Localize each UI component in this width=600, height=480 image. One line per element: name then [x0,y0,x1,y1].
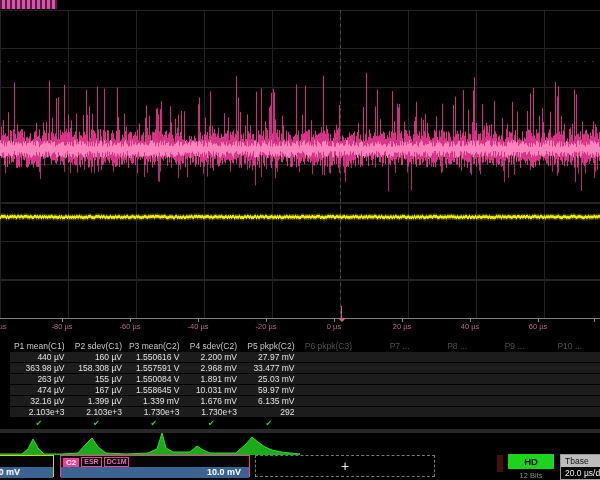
axis-tick-label: 40 µs [461,322,480,331]
measurement-value-cell [585,407,600,417]
measurement-value-cell [470,363,528,373]
c2-label-badge: C2 [63,458,79,467]
measurement-value-cell: 6.135 mV [240,396,298,406]
measurement-row: 440 µV160 µV1.550616 V2.200 mV27.97 mV [10,352,600,363]
axis-tick-label: -80 µs [52,322,73,331]
measurement-value-cell: 160 µV [68,352,126,362]
measurement-value-cell [413,396,471,406]
menu-strip-badge[interactable] [0,0,57,9]
measurement-value-cell: 1.550616 V [125,352,183,362]
measurement-value-cell [355,396,413,406]
measurement-value-cell: 1.339 mV [125,396,183,406]
axis-tick-label: -20 µs [256,322,277,331]
c1-scale-value: 10.0 mV [0,467,53,478]
measurement-value-cell: 155 µV [68,374,126,384]
measurement-header-cell[interactable]: P6 pkpk(C3) [298,341,356,352]
measurement-value-cell: 1.676 mV [183,396,241,406]
partial-box-sliver [497,455,503,472]
time-axis-ticks [0,318,600,322]
measurement-value-cell: 2.103e+3 [68,407,126,417]
measurement-table-footer-bar [0,429,600,433]
measurement-value-cell [413,363,471,373]
measurement-status-check [585,418,600,429]
measurement-value-cell [298,396,356,406]
measurement-status-row: ✔✔✔✔✔ [10,418,600,429]
axis-tick-label: 60 µs [529,322,548,331]
measurement-value-cell: 1.891 mV [183,374,241,384]
axis-tick-label: -40 µs [188,322,209,331]
timebase-title: Tbase [561,455,600,467]
measurement-value-cell: 59.97 mV [240,385,298,395]
measurement-table: P1 mean(C1)P2 sdev(C1)P3 mean(C2)P4 sdev… [10,341,600,429]
measurement-value-cell [413,407,471,417]
measurement-value-cell [585,385,600,395]
measurement-value-cell: 263 µV [10,374,68,384]
measurement-value-cell [413,374,471,384]
measurement-status-check [528,418,586,429]
measurement-header-cell[interactable]: P7 ... [355,341,413,352]
measurement-header-cell[interactable]: P4 sdev(C2) [183,341,241,352]
measurement-value-cell [585,374,600,384]
measurement-value-cell: 1.399 µV [68,396,126,406]
measurement-row: 2.103e+32.103e+31.730e+31.730e+3292 [10,407,600,418]
measurement-header-cell[interactable]: P3 mean(C2) [125,341,183,352]
measurement-value-cell [528,396,586,406]
measurement-header-cell[interactable]: P5 pkpk(C2) [240,341,298,352]
measurement-value-cell [298,407,356,417]
measurement-value-cell: 363.98 µV [10,363,68,373]
measurement-value-cell: 33.477 mV [240,363,298,373]
measurement-status-check [413,418,471,429]
measurement-value-cell: 1.558645 V [125,385,183,395]
measurement-value-cell: 10.031 mV [183,385,241,395]
channel-c2-descriptor[interactable]: C2 ESRDC1M 10.0 mV [60,455,250,477]
timebase-value: 20.0 µs/div [561,467,600,479]
measurement-value-cell [528,374,586,384]
timebase-descriptor[interactable]: Tbase 20.0 µs/div [560,454,600,480]
measurement-header-cell[interactable]: P8 ... [413,341,471,352]
measurement-value-cell [585,352,600,362]
measurement-status-check [355,418,413,429]
axis-tick-label: 0 µs [327,322,341,331]
measurement-header-cell[interactable]: P1 mean(C1) [10,341,68,352]
measurement-value-cell [470,374,528,384]
channel-c1-descriptor[interactable]: C1 DC1M 10.0 mV [0,455,54,477]
measurement-value-cell: 167 µV [68,385,126,395]
oscilloscope-screen: { "colors": { "c2_trace": "#ff3da0", "c2… [0,0,600,480]
measurement-status-check: ✔ [240,418,298,429]
measurement-header-cell[interactable]: P10 ... [528,341,586,352]
hd-label: HD [524,456,538,467]
hd-bits-label: 12 Bits [508,471,554,480]
measurement-value-cell [298,385,356,395]
measurement-value-cell [413,352,471,362]
measurement-row: 32.16 µV1.399 µV1.339 mV1.676 mV6.135 mV [10,396,600,407]
measurement-value-cell: 2.103e+3 [10,407,68,417]
measurement-value-cell: 25.03 mV [240,374,298,384]
measurement-value-cell: 27.97 mV [240,352,298,362]
measurement-value-cell [528,363,586,373]
measurement-value-cell [585,396,600,406]
axis-tick-label: -60 µs [120,322,141,331]
add-channel-button[interactable]: + [255,455,435,477]
measurement-value-cell: 2.200 mV [183,352,241,362]
measurement-header-cell[interactable]: P11 ... [585,341,600,352]
measurement-value-cell: 292 [240,407,298,417]
trigger-position-marker[interactable] [341,306,342,318]
measurement-header-cell[interactable]: P2 sdev(C1) [68,341,126,352]
axis-tick-label: 20 µs [393,322,412,331]
measurement-value-cell: 158.308 µV [68,363,126,373]
measurement-value-cell [470,352,528,362]
measurement-value-cell: 1.730e+3 [183,407,241,417]
c2-esr-badge: ESR [81,457,101,467]
measurement-value-cell [298,374,356,384]
plus-icon: + [341,458,349,474]
measurement-value-cell [298,363,356,373]
measurement-status-check: ✔ [183,418,241,429]
measurement-header-cell[interactable]: P9 ... [470,341,528,352]
hd-mode-badge[interactable]: HD [508,454,554,469]
measurement-value-cell [355,385,413,395]
measurement-body: 440 µV160 µV1.550616 V2.200 mV27.97 mV36… [10,352,600,418]
c2-scale-value: 10.0 mV [61,467,249,478]
measurement-value-cell [585,363,600,373]
measurement-value-cell: 440 µV [10,352,68,362]
measurement-value-cell [528,385,586,395]
